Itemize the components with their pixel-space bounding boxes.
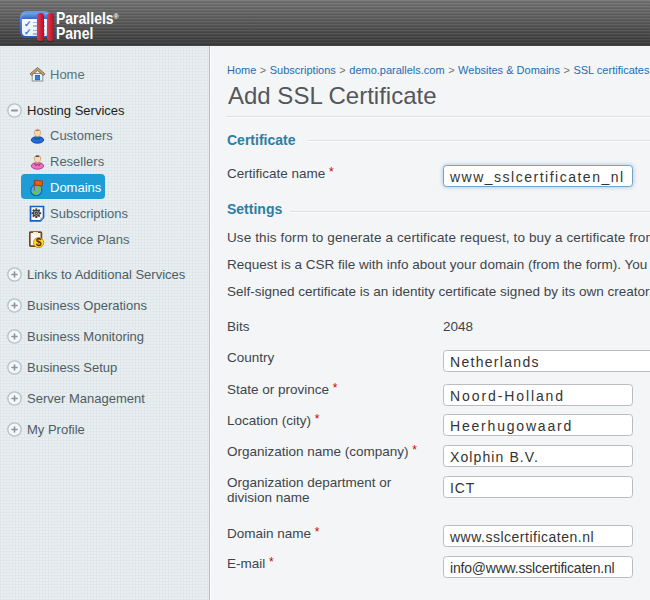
svg-text:$: $ [36,236,42,248]
